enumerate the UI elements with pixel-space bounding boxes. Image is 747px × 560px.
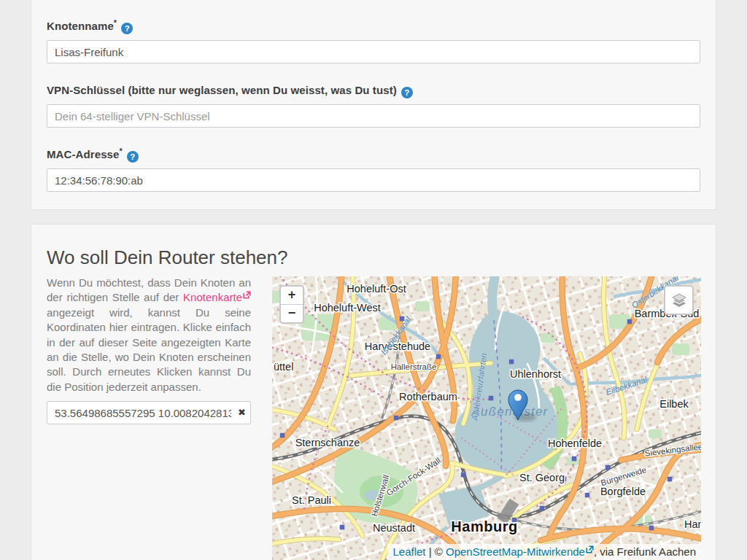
- map-district-label: Uhlenhorst: [510, 368, 561, 380]
- map-district-label: üttel: [274, 361, 293, 373]
- clear-coordinates-button[interactable]: ✖: [238, 407, 246, 418]
- zoom-out-button[interactable]: −: [281, 304, 303, 322]
- external-link-icon: [243, 291, 251, 299]
- knotenname-label: Knotenname*: [47, 20, 117, 32]
- leaflet-map[interactable]: Hoheluft-Ost Hoheluft-West Harvestehude …: [272, 276, 701, 560]
- help-icon[interactable]: ?: [401, 87, 413, 98]
- layers-control[interactable]: [664, 285, 694, 315]
- map-city-label: Hamburg: [451, 518, 517, 534]
- help-icon[interactable]: ?: [127, 151, 139, 163]
- map-district-label: St. Pauli: [292, 494, 331, 506]
- map-tiles: Hoheluft-Ost Hoheluft-West Harvestehude …: [272, 276, 701, 560]
- knotenkarte-link[interactable]: Knotenkarte: [183, 291, 251, 303]
- map-district-label: Hoheluft-West: [314, 302, 381, 314]
- section-heading: Wo soll Dein Router stehen?: [47, 225, 700, 269]
- field-group-knotenname: Knotenname*?: [47, 18, 700, 63]
- attribution-separator: | ©: [426, 545, 446, 558]
- osm-link[interactable]: OpenStreetMap-Mitwirkende: [446, 545, 594, 558]
- vpn-key-input[interactable]: [47, 104, 700, 128]
- help-icon[interactable]: ?: [121, 23, 133, 34]
- field-group-mac: MAC-Adresse*?: [47, 147, 700, 192]
- map-district-label: Sternschanze: [295, 437, 360, 448]
- map-district-label: St. Georg: [519, 472, 565, 483]
- node-settings-card: Knotenname*? VPN-Schlüssel (bitte nur we…: [31, 0, 716, 210]
- map-district-label: Neustadt: [373, 522, 415, 534]
- map-district-label: Borgfelde: [600, 486, 646, 497]
- map-attribution: Leaflet | © OpenStreetMap-Mitwirkende, v…: [387, 544, 702, 560]
- map-district-label: Rotherbaum: [399, 391, 457, 402]
- map-water-label: Außenalster: [471, 405, 549, 419]
- zoom-control: + −: [279, 285, 304, 324]
- map-district-label: Eilbek: [659, 398, 689, 410]
- location-description: Wenn Du möchtest, dass Dein Knoten an de…: [47, 276, 251, 394]
- leaflet-link[interactable]: Leaflet: [393, 545, 426, 558]
- coordinates-input[interactable]: [47, 401, 251, 424]
- description-text: angezeigt wird, kannst Du seine Koordina…: [47, 306, 251, 393]
- map-street-label: Hallerstraße: [391, 362, 437, 371]
- required-asterisk: *: [114, 18, 117, 27]
- map-district-label: Ham: [684, 518, 701, 530]
- map-district-label: Hoheluft-Ost: [347, 283, 406, 295]
- field-group-vpn: VPN-Schlüssel (bitte nur weglassen, wenn…: [47, 82, 700, 128]
- zoom-in-button[interactable]: +: [281, 287, 303, 304]
- map-district-label: Hohenfelde: [548, 438, 602, 449]
- coordinates-field: ✖: [47, 401, 251, 424]
- mac-label: MAC-Adresse*: [47, 148, 123, 160]
- knotenname-input[interactable]: [47, 40, 700, 63]
- location-card: Wo soll Dein Router stehen? Wenn Du möch…: [31, 224, 716, 560]
- mac-address-input[interactable]: [47, 168, 700, 192]
- attribution-suffix: , via Freifunk Aachen: [594, 545, 696, 558]
- vpn-label: VPN-Schlüssel (bitte nur weglassen, wenn…: [47, 84, 397, 96]
- layers-icon: [670, 292, 688, 309]
- map-district-label: Harvestehude: [365, 341, 430, 352]
- required-asterisk: *: [119, 147, 122, 155]
- external-link-icon: [586, 545, 594, 553]
